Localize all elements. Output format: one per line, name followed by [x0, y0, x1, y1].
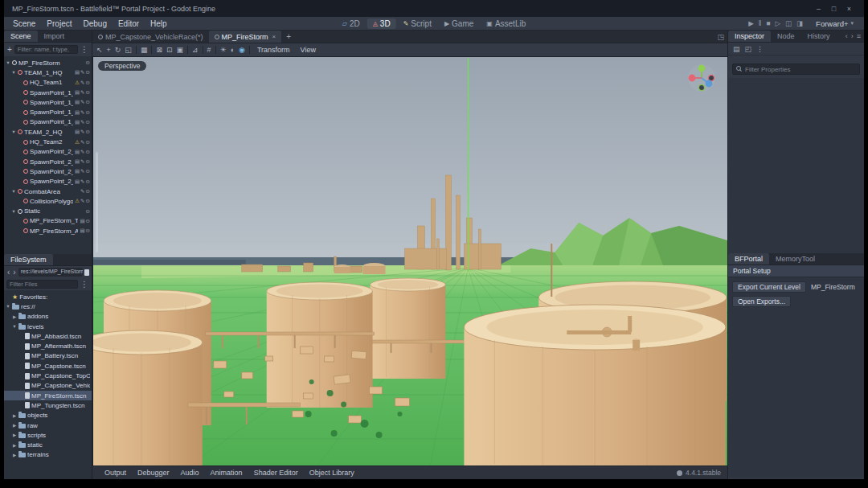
eye-icon[interactable]: ⊙ [86, 119, 90, 125]
scene-icon[interactable]: ▤ [80, 218, 84, 224]
history-forward-icon[interactable]: › [851, 32, 854, 40]
scale-tool-icon[interactable]: ◱ [125, 46, 132, 54]
fs-item-mp-aftermath-tscn[interactable]: MP_Aftermath.tscn [4, 341, 92, 351]
play-icon[interactable]: ▶ [747, 19, 755, 27]
play-custom-scene-icon[interactable]: ◫ [784, 19, 792, 27]
scene-node-static[interactable]: ▼Static⊙ [4, 206, 92, 215]
pause-icon[interactable]: ‖ [758, 19, 763, 27]
bottom-panel-shader-editor[interactable]: Shader Editor [248, 469, 304, 477]
scene-node-combatarea[interactable]: ▼CombatArea✎⊙ [4, 187, 92, 196]
scene-node-collisionpolygon[interactable]: CollisionPolygon⚠✎⊙ [4, 196, 92, 206]
scene-icon[interactable]: ▤ [75, 149, 80, 155]
menu-transform[interactable]: Transform [254, 46, 293, 54]
eye-icon[interactable]: ⊙ [86, 99, 90, 105]
tab-inspector[interactable]: Inspector [728, 31, 771, 42]
bottom-panel-audio[interactable]: Audio [175, 469, 205, 477]
sun-toggle-icon[interactable]: ☀ [220, 46, 227, 54]
fs-item-mp-battery-tscn[interactable]: MP_Battery.tscn [4, 351, 92, 361]
scene-node-spawnpoint-2-2[interactable]: SpawnPoint_2_2▤✎⊙ [4, 157, 92, 166]
scene-node-spawnpoint-1-4[interactable]: SpawnPoint_1_4▤✎⊙ [4, 117, 92, 127]
eye-icon[interactable]: ⊙ [86, 139, 90, 146]
eye-icon[interactable]: ⊙ [86, 80, 90, 86]
eye-icon[interactable]: ⊙ [86, 228, 90, 234]
script-icon[interactable]: ✎ [80, 80, 84, 86]
inspector-filter-input[interactable] [745, 66, 856, 73]
fs-item-levels[interactable]: ▼levels [4, 322, 92, 331]
eye-icon[interactable]: ⊙ [86, 109, 90, 116]
scene-node-mp-firestorm-assets[interactable]: MP_FireStorm_Assets▤⊙ [4, 226, 92, 236]
scene-node-hq-team2[interactable]: HQ_Team2⚠✎⊙ [4, 137, 92, 146]
renderer-dropdown[interactable]: Forward+ ▾ [812, 18, 858, 29]
menu-editor[interactable]: Editor [113, 19, 145, 28]
expand-arrow-icon[interactable]: ▼ [6, 60, 10, 65]
expand-arrow-icon[interactable]: ▼ [11, 129, 16, 134]
scene-node-spawnpoint-1-1[interactable]: SpawnPoint_1_1▤✎⊙ [4, 88, 92, 97]
scene-icon[interactable]: ▤ [75, 129, 80, 135]
scene-icon[interactable]: ▤ [75, 109, 80, 116]
fs-item-terrains[interactable]: ▶terrains [4, 450, 92, 460]
scene-icon[interactable]: ▤ [75, 119, 80, 125]
play-scene-icon[interactable]: ▷ [774, 19, 781, 27]
scene-node-spawnpoint-2-3[interactable]: SpawnPoint_2_3▤✎⊙ [4, 166, 92, 176]
3d-scene-render[interactable] [93, 57, 727, 465]
select-tool-icon[interactable]: ↖ [96, 46, 103, 54]
expand-arrow-icon[interactable]: ▶ [12, 413, 17, 418]
fs-item-mp-capstone-tscn[interactable]: MP_Capstone.tscn [4, 361, 92, 371]
bottom-panel-object-library[interactable]: Object Library [304, 469, 360, 477]
nav-forward-icon[interactable]: › [12, 268, 16, 277]
script-icon[interactable]: ✎ [80, 198, 84, 204]
tab-memorytool[interactable]: MemoryTool [769, 253, 821, 265]
scene-node-spawnpoint-2-4[interactable]: SpawnPoint_2_4▤✎⊙ [4, 177, 92, 187]
tab-bfportal[interactable]: BFPortal [728, 253, 769, 265]
lock-toggle-icon[interactable]: ⊠ [156, 46, 162, 54]
editor-switch-2d[interactable]: ▱2D [337, 18, 366, 29]
filesystem-path[interactable]: res://levels/MP_FireStorm. [18, 268, 83, 277]
eye-icon[interactable]: ⊙ [86, 168, 90, 174]
script-icon[interactable]: ✎ [80, 99, 84, 105]
selection-list-tool-icon[interactable]: ▦ [141, 46, 148, 54]
expand-arrow-icon[interactable]: ▼ [11, 189, 16, 194]
export-current-level-button[interactable]: Export Current Level [732, 281, 806, 293]
object-menu-icon[interactable]: ≡ [857, 32, 861, 40]
expand-arrow-icon[interactable]: ▼ [11, 70, 16, 75]
viewport-3d[interactable]: Perspective [92, 57, 727, 465]
nav-back-icon[interactable]: ‹ [6, 268, 10, 277]
eye-icon[interactable]: ⊙ [86, 178, 90, 185]
fs-item-mp-tungsten-tscn[interactable]: MP_Tungsten.tscn [4, 400, 92, 410]
close-button[interactable]: × [842, 2, 856, 14]
expand-arrow-icon[interactable]: ▶ [12, 453, 17, 457]
menu-help[interactable]: Help [145, 19, 173, 28]
history-back-icon[interactable]: ‹ [845, 32, 848, 40]
perspective-menu-button[interactable]: Perspective [98, 61, 146, 71]
menu-debug[interactable]: Debug [77, 19, 112, 28]
fs-item-static[interactable]: ▶static [4, 440, 92, 449]
tab-node[interactable]: Node [771, 31, 801, 42]
tab-filesystem[interactable]: FileSystem [4, 254, 53, 265]
script-icon[interactable]: ✎ [80, 139, 84, 146]
load-resource-icon[interactable]: ◰ [745, 45, 752, 53]
eye-icon[interactable]: ⊙ [86, 69, 90, 76]
scene-node-mp-firestorm[interactable]: ▼MP_FireStorm⊙ [4, 58, 92, 68]
ruler-tool-icon[interactable]: ⊿ [192, 46, 199, 54]
scene-node-mp-firestorm-terrai[interactable]: MP_FireStorm_Terrai▤⊙ [4, 216, 92, 226]
scene-icon[interactable]: ▤ [75, 158, 80, 165]
eye-icon[interactable]: ⊙ [86, 158, 90, 165]
scene-tab-mp-capstone-vehiclerace[interactable]: MP_Capstone_VehicleRace(*) [92, 31, 209, 43]
script-icon[interactable]: ✎ [80, 109, 84, 116]
scene-icon[interactable]: ▤ [75, 168, 80, 174]
unlock-toggle-icon[interactable]: ⊡ [166, 46, 173, 54]
expand-arrow-icon[interactable]: ▶ [12, 314, 17, 319]
environment-toggle-icon[interactable]: ◐ [231, 46, 235, 54]
expand-arrow-icon[interactable]: ▶ [12, 433, 17, 437]
fs-item-mp-capstone-vehiclerace[interactable]: MP_Capstone_VehicleRace... [4, 381, 92, 391]
script-icon[interactable]: ✎ [80, 129, 84, 135]
scene-node-spawnpoint-2-1[interactable]: SpawnPoint_2_1▤✎⊙ [4, 147, 92, 157]
script-icon[interactable]: ✎ [80, 119, 84, 125]
editor-switch-assetlib[interactable]: ▣AssetLib [481, 18, 531, 29]
scene-node-spawnpoint-1-3[interactable]: SpawnPoint_1_3▤✎⊙ [4, 107, 92, 117]
menu-scene[interactable]: Scene [7, 19, 41, 28]
eye-icon[interactable]: ⊙ [86, 198, 90, 204]
fs-item-objects[interactable]: ▶objects [4, 411, 92, 420]
move-tool-icon[interactable]: + [107, 46, 111, 54]
eye-icon[interactable]: ⊙ [86, 59, 90, 66]
